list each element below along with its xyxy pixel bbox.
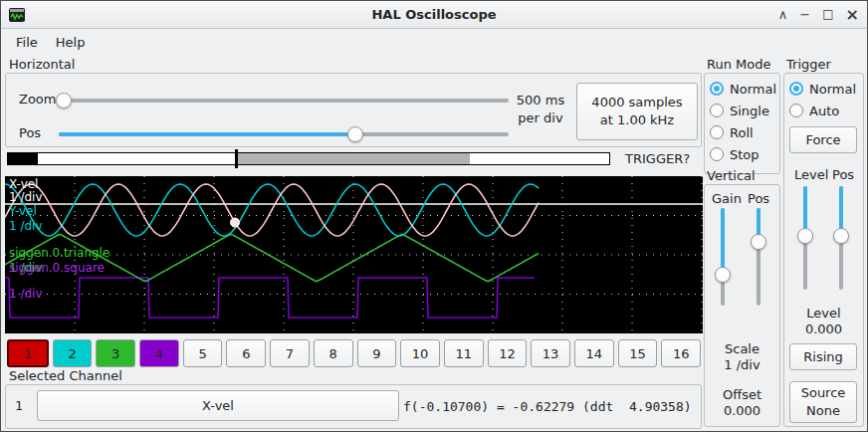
menu-help[interactable]: Help <box>47 32 95 53</box>
horizontal-pos-slider[interactable] <box>59 126 509 142</box>
maximize-button[interactable]: □ <box>822 8 833 21</box>
radio-label: Auto <box>809 104 839 118</box>
menubar: File Help <box>1 30 867 54</box>
window-title: HAL Oscilloscope <box>1 7 867 22</box>
channel-button-9[interactable]: 9 <box>357 339 397 367</box>
rate-line1: 500 ms <box>509 92 572 109</box>
radio-icon <box>710 125 724 139</box>
vertical-pos-slider[interactable] <box>751 208 766 306</box>
close-button[interactable]: × <box>846 8 859 21</box>
radio-label: Roll <box>730 125 754 140</box>
hpos-label: Pos <box>19 125 41 140</box>
radio-icon <box>789 104 803 117</box>
trigger-edge-button[interactable]: Rising <box>789 343 857 370</box>
vertical-group-label: Vertical <box>707 168 756 183</box>
slider-handle[interactable] <box>833 228 849 244</box>
channel-button-8[interactable]: 8 <box>314 339 353 367</box>
vertical-gain-slider[interactable] <box>715 208 731 306</box>
scope-channel-scale-label: 1 /div <box>9 191 43 204</box>
runmode-roll-radio[interactable]: Roll <box>710 122 754 142</box>
vertical-pos-label: Pos <box>748 191 769 206</box>
channel-button-5[interactable]: 5 <box>183 339 223 367</box>
channel-button-12[interactable]: 12 <box>488 339 528 367</box>
radio-label: Normal <box>730 82 776 97</box>
channel-button-13[interactable]: 13 <box>531 339 570 367</box>
horizontal-group-label: Horizontal <box>9 57 75 72</box>
channel-button-16[interactable]: 16 <box>661 339 701 367</box>
trigger-question-label: TRIGGER? <box>625 151 690 166</box>
vertical-offset-value: 0.000 <box>704 403 780 418</box>
selected-channel-group-label: Selected Channel <box>9 368 122 383</box>
trigger-group-label: Trigger <box>786 57 831 72</box>
scope-channel-name-label: Y-vel <box>9 205 37 218</box>
samples-line1: 4000 samples <box>591 94 682 111</box>
scope-channel-scale-label: 1 /div <box>9 220 43 233</box>
oscilloscope-display[interactable]: X-vel1 /divY-vel1 /divsiggen.0.triangle1… <box>5 176 703 333</box>
radio-icon <box>789 82 803 96</box>
run-mode-group-label: Run Mode <box>707 57 770 72</box>
force-button[interactable]: Force <box>789 126 857 153</box>
channel-name-button[interactable]: X-vel <box>37 390 399 421</box>
source-line1: Source <box>801 384 846 402</box>
trigger-pos-slider-label: Pos <box>832 167 854 182</box>
samples-button[interactable]: 4000 samples at 1.00 kHz <box>576 83 698 140</box>
record-position-bar[interactable] <box>7 152 610 165</box>
trigger-normal-radio[interactable]: Normal <box>789 79 856 99</box>
channel-button-6[interactable]: 6 <box>226 339 266 367</box>
channel-button-15[interactable]: 15 <box>618 339 658 367</box>
slider-handle[interactable] <box>751 234 766 250</box>
runmode-single-radio[interactable]: Single <box>710 101 769 120</box>
slider-handle[interactable] <box>56 93 72 108</box>
scope-channel-scale-label: 1 /div <box>9 288 43 301</box>
shade-button[interactable]: ∧ <box>778 8 788 21</box>
channel-button-11[interactable]: 11 <box>444 339 484 367</box>
channel-button-4[interactable]: 4 <box>139 339 179 367</box>
window-controls: ∧ − □ × <box>778 1 859 28</box>
trigger-source-button[interactable]: Source None <box>789 381 857 423</box>
minimize-button[interactable]: − <box>799 8 810 21</box>
slider-groove <box>59 99 509 103</box>
radio-icon <box>710 104 724 117</box>
trigger-auto-radio[interactable]: Auto <box>789 101 839 120</box>
channel-button-1[interactable]: 1 <box>7 339 49 367</box>
slider-handle[interactable] <box>347 126 363 142</box>
function-readout: f(-0.10700) = -0.62279 (ddt 4.90358) <box>403 399 692 414</box>
samples-line2: at 1.00 kHz <box>600 111 674 129</box>
vertical-gain-label: Gain <box>712 191 742 206</box>
channel-button-3[interactable]: 3 <box>96 339 135 367</box>
channel-button-2[interactable]: 2 <box>53 339 93 367</box>
trigger-level-value: 0.000 <box>783 322 864 336</box>
trigger-level-slider[interactable] <box>797 186 813 290</box>
vertical-offset-caption: Offset <box>704 387 780 402</box>
scope-labels-overlay: X-vel1 /divY-vel1 /divsiggen.0.triangle1… <box>5 176 703 333</box>
rate-line2: per div <box>509 109 572 127</box>
titlebar[interactable]: HAL Oscilloscope ∧ − □ × <box>1 1 867 29</box>
zoom-slider[interactable] <box>59 93 509 108</box>
scope-channel-name-label: siggen.0.triangle <box>9 247 109 260</box>
runmode-normal-radio[interactable]: Normal <box>710 79 776 99</box>
channel-button-7[interactable]: 7 <box>270 339 310 367</box>
selected-channel-number: 1 <box>15 398 23 413</box>
record-trigger-marker <box>235 149 238 168</box>
rate-readout: 500 ms per div <box>509 92 572 127</box>
scope-channel-name-label: siggen.0.square <box>9 262 105 275</box>
menu-file[interactable]: File <box>7 32 47 53</box>
trigger-level-slider-label: Level <box>794 167 828 182</box>
vertical-scale-caption: Scale <box>704 341 780 356</box>
slider-handle[interactable] <box>715 267 731 283</box>
slider-fill <box>721 208 725 275</box>
radio-icon <box>710 82 724 96</box>
radio-label: Single <box>730 104 769 118</box>
channel-button-row: 1 2 3 4 5 6 7 8 9 10 11 12 13 14 15 16 <box>7 339 701 367</box>
trigger-pos-slider[interactable] <box>833 186 849 290</box>
channel-button-10[interactable]: 10 <box>400 339 440 367</box>
zoom-label: Zoom <box>19 92 56 107</box>
channel-button-14[interactable]: 14 <box>574 339 614 367</box>
slider-handle[interactable] <box>797 228 813 244</box>
record-used-segment <box>7 152 38 165</box>
runmode-stop-radio[interactable]: Stop <box>710 144 760 164</box>
vertical-scale-value: 1 /div <box>704 357 780 372</box>
app-window: HAL Oscilloscope ∧ − □ × File Help Horiz… <box>0 0 868 432</box>
source-line2: None <box>806 402 840 420</box>
trigger-level-caption: Level <box>783 306 864 321</box>
